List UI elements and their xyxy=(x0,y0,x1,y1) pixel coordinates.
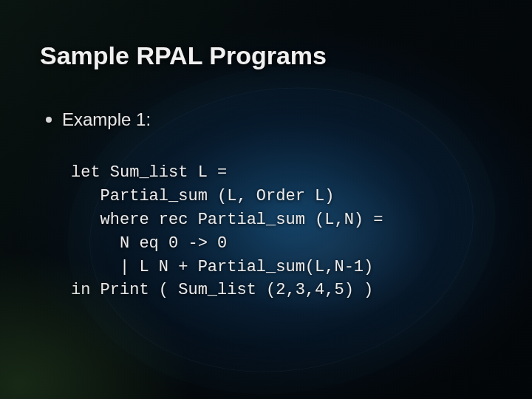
code-line: Partial_sum (L, Order L) xyxy=(71,187,334,205)
code-line: | L N + Partial_sum(L,N-1) xyxy=(71,258,373,276)
code-line: in Print ( Sum_list (2,3,4,5) ) xyxy=(71,281,373,299)
code-block: let Sum_list L = Partial_sum (L, Order L… xyxy=(71,161,383,302)
bullet-dot-icon xyxy=(46,117,52,123)
slide: Sample RPAL Programs Example 1: let Sum_… xyxy=(0,0,532,399)
code-line: N eq 0 -> 0 xyxy=(71,234,227,253)
bullet-text: Example 1: xyxy=(62,109,151,130)
code-line: let Sum_list L = xyxy=(71,163,227,182)
code-line: where rec Partial_sum (L,N) = xyxy=(71,211,383,229)
bullet-item: Example 1: xyxy=(46,109,151,130)
slide-title: Sample RPAL Programs xyxy=(40,41,327,70)
